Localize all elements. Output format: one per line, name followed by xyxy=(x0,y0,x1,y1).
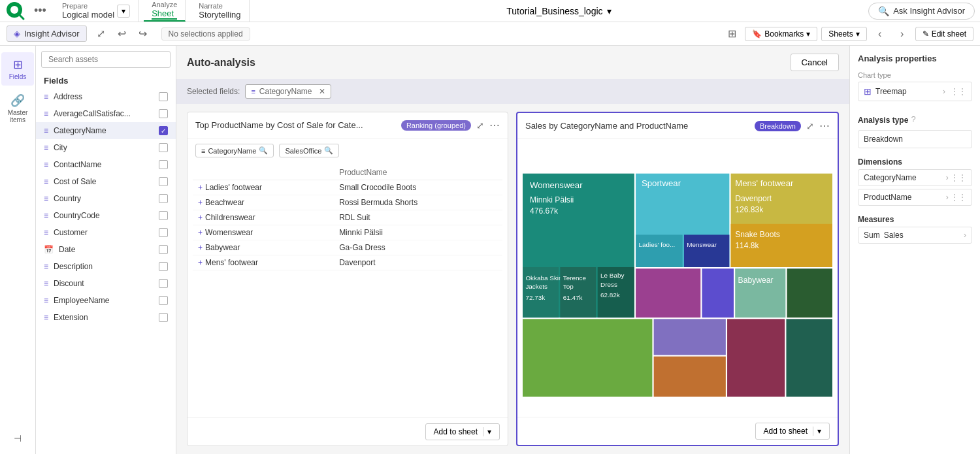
qlik-logo xyxy=(5,1,26,22)
analyze-section[interactable]: Analyze Sheet xyxy=(144,0,186,22)
next-sheet-icon[interactable]: › xyxy=(893,25,911,43)
add-to-sheet-button-chart1[interactable]: Add to sheet ▾ xyxy=(425,423,500,440)
field-checkbox-avgcall[interactable] xyxy=(159,109,168,118)
field-checkbox-contactname[interactable] xyxy=(159,160,168,169)
field-checkbox-employeename[interactable] xyxy=(159,296,168,305)
sidebar-item-fields[interactable]: ⊞ Fields xyxy=(1,52,34,86)
treemap-okkaba-value: 72.73k xyxy=(525,294,545,301)
field-item-description[interactable]: ≡ Description xyxy=(36,258,176,275)
field-name-discount: Discount xyxy=(54,279,84,288)
plus-icon[interactable]: + xyxy=(198,243,203,252)
treemap-snakeboots-value: 114.8k xyxy=(735,241,759,250)
back-icon[interactable]: ↩ xyxy=(113,25,131,43)
field-item-city[interactable]: ≡ City xyxy=(36,139,176,156)
more-options-icon[interactable]: ••• xyxy=(31,4,49,18)
sidebar-item-master-items[interactable]: 🔗 Master items xyxy=(1,88,34,129)
prepare-dropdown[interactable]: ▾ xyxy=(117,5,130,18)
field-item-extension[interactable]: ≡ Extension xyxy=(36,309,176,326)
app-name-text: Tutorial_Business_logic xyxy=(506,6,602,16)
field-name-customer: Customer xyxy=(54,228,88,237)
table-cell-category: +Womenswear xyxy=(193,225,334,240)
expand-icon[interactable]: ⤢ xyxy=(92,25,110,43)
plus-icon[interactable]: + xyxy=(198,198,203,207)
field-checkbox-customer[interactable] xyxy=(159,228,168,237)
prev-sheet-icon[interactable]: ‹ xyxy=(871,25,889,43)
field-type-icon-category: ≡ xyxy=(44,126,48,135)
field-checkbox-address[interactable] xyxy=(159,92,168,101)
dim-item-productname[interactable]: ProductName › ⋮⋮ xyxy=(858,189,972,206)
plus-icon[interactable]: + xyxy=(198,183,203,192)
field-checkbox-discount[interactable] xyxy=(159,279,168,288)
treemap-block-pink xyxy=(636,268,700,317)
treemap-okkaba-label: Okkaba Skin xyxy=(525,274,562,282)
field-checkbox-city[interactable] xyxy=(159,143,168,152)
analysis-type-value: Breakdown xyxy=(858,130,972,148)
treemap-bottom-right2 xyxy=(786,319,832,397)
table-cell-category: +Beachwear xyxy=(193,195,334,210)
narrate-label: Narrate xyxy=(199,2,240,10)
plus-icon[interactable]: + xyxy=(198,213,203,222)
field-item-address[interactable]: ≡ Address xyxy=(36,88,176,105)
cancel-button[interactable]: Cancel xyxy=(791,54,839,71)
field-item-customer[interactable]: ≡ Customer xyxy=(36,224,176,241)
field-item-contactname[interactable]: ≡ ContactName xyxy=(36,156,176,173)
forward-icon[interactable]: ↪ xyxy=(134,25,152,43)
field-checkbox-date[interactable] xyxy=(159,245,168,254)
field-item-employeename[interactable]: ≡ EmployeeName xyxy=(36,292,176,309)
field-item-discount[interactable]: ≡ Discount xyxy=(36,275,176,292)
grid-icon[interactable]: ⊞ xyxy=(723,25,741,43)
add-sheet-dropdown-chart1[interactable]: ▾ xyxy=(483,427,491,436)
ask-insight-advisor-button[interactable]: 🔍 Ask Insight Advisor xyxy=(868,3,975,20)
field-checkbox-categoryname[interactable]: ✓ xyxy=(159,126,168,135)
measure-item-sales[interactable]: Sum Sales › xyxy=(858,227,972,244)
right-toolbar: ⊞ 🔖 Bookmarks ▾ Sheets ▾ ‹ › ✎ Edit shee… xyxy=(723,25,973,43)
add-to-sheet-button-chart2[interactable]: Add to sheet ▾ xyxy=(755,423,830,440)
treemap-lebaby-label: Le Baby xyxy=(600,272,624,280)
help-icon[interactable]: ? xyxy=(911,114,915,124)
field-checkbox-description[interactable] xyxy=(159,262,168,271)
chart2-menu-icon[interactable]: ⋯ xyxy=(819,120,830,132)
collapse-panel-icon[interactable]: ⊣ xyxy=(8,429,27,447)
insight-advisor-tab[interactable]: ◈ Insight Advisor xyxy=(7,25,87,42)
field-item-countrycode[interactable]: ≡ CountryCode xyxy=(36,207,176,224)
treemap-minnki-label: Minnki Pälsii xyxy=(530,195,574,204)
selected-fields-bar: Selected fields: ≡ CategoryName ✕ xyxy=(176,79,849,104)
plus-icon[interactable]: + xyxy=(198,228,203,237)
field-checkbox-countrycode[interactable] xyxy=(159,211,168,220)
field-item-costofsale[interactable]: ≡ Cost of Sale xyxy=(36,173,176,190)
app-dropdown-icon[interactable]: ▾ xyxy=(607,6,612,16)
filter-btn-categoryname[interactable]: ≡ CategoryName 🔍 xyxy=(195,144,274,157)
field-item-date[interactable]: 📅 Date xyxy=(36,241,176,258)
treemap-sportwear-label: Sportwear xyxy=(642,179,681,189)
expand-chart2-icon[interactable]: ⤢ xyxy=(806,121,814,131)
filter-btn-salesoffice[interactable]: SalesOffice 🔍 xyxy=(279,144,339,157)
search-assets-input[interactable] xyxy=(41,51,171,68)
table-row: +Childrenswear RDL Suit xyxy=(193,210,502,225)
plus-icon[interactable]: + xyxy=(198,258,203,267)
edit-sheet-button[interactable]: ✎ Edit sheet xyxy=(915,27,973,41)
field-checkbox-extension[interactable] xyxy=(159,313,168,322)
filter-icon-cat: ≡ xyxy=(201,147,205,155)
sheets-button[interactable]: Sheets ▾ xyxy=(821,27,866,41)
narrate-section[interactable]: Narrate Storytelling xyxy=(191,0,249,22)
field-item-avgcall[interactable]: ≡ AverageCallSatisfac... xyxy=(36,105,176,122)
dim-item-categoryname[interactable]: CategoryName › ⋮⋮ xyxy=(858,169,972,186)
main-content: ⊞ Fields 🔗 Master items ⊣ Fields ≡ Addre… xyxy=(0,46,980,454)
expand-chart1-icon[interactable]: ⤢ xyxy=(476,120,484,131)
field-checkbox-costofsale[interactable] xyxy=(159,177,168,186)
selected-field-chip-categoryname: ≡ CategoryName ✕ xyxy=(245,84,331,99)
analysis-type-title: Analysis type xyxy=(858,116,908,125)
fields-header: Fields xyxy=(36,73,176,88)
prepare-section[interactable]: Prepare Logical model ▾ xyxy=(54,0,139,22)
add-sheet-dropdown-chart2[interactable]: ▾ xyxy=(813,427,821,436)
chip-close-icon[interactable]: ✕ xyxy=(319,87,325,96)
bookmarks-button[interactable]: 🔖 Bookmarks ▾ xyxy=(745,27,817,41)
field-item-categoryname[interactable]: ≡ CategoryName ✓ xyxy=(36,122,176,139)
chip-icon: ≡ xyxy=(251,88,255,95)
chart1-menu-icon[interactable]: ⋯ xyxy=(489,119,500,131)
ranking-table: ProductName +Ladies' footwear Small Croc… xyxy=(193,165,502,270)
chart-type-dots[interactable]: ⋮⋮ xyxy=(951,87,966,96)
field-item-country[interactable]: ≡ Country xyxy=(36,190,176,207)
chart-type-value[interactable]: ⊞ Treemap › ⋮⋮ xyxy=(858,82,972,101)
field-checkbox-country[interactable] xyxy=(159,194,168,203)
